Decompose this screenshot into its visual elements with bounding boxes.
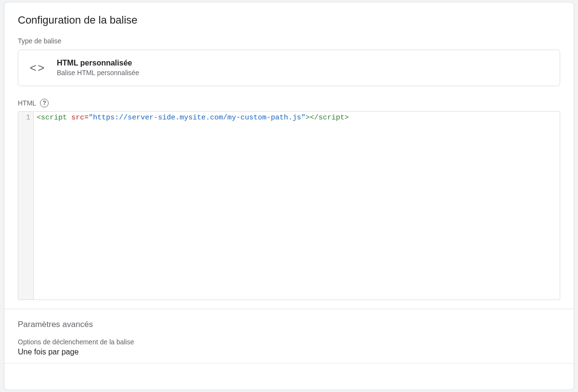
- tag-type-text: HTML personnalisée Balise HTML personnal…: [57, 58, 139, 78]
- token-attr-value: https://server-side.mysite.com/my-custom…: [93, 114, 301, 122]
- tag-type-selector[interactable]: < > HTML personnalisée Balise HTML perso…: [18, 50, 560, 86]
- help-icon[interactable]: ?: [40, 99, 49, 107]
- tag-config-card: Configuration de la balise Type de balis…: [4, 2, 574, 390]
- code-gutter: 1: [18, 112, 34, 300]
- token-attr-name: src: [71, 114, 84, 122]
- section-divider: [4, 309, 574, 309]
- token-close-tag-a: </scr: [310, 114, 331, 122]
- token-open-tag: <script: [37, 114, 67, 122]
- line-number: 1: [18, 114, 30, 122]
- card-title: Configuration de la balise: [18, 14, 560, 26]
- code-icon: < >: [28, 59, 45, 77]
- trigger-option-value[interactable]: Une fois par page: [18, 348, 560, 356]
- section-divider-2: [4, 363, 574, 364]
- advanced-settings-title[interactable]: Paramètres avancés: [18, 320, 560, 329]
- token-quote-close: ": [301, 114, 305, 122]
- code-area[interactable]: <script src="https://server-side.mysite.…: [34, 112, 560, 300]
- html-label-row: HTML ?: [18, 99, 560, 107]
- tag-type-name: HTML personnalisée: [57, 58, 139, 68]
- tag-type-desc: Balise HTML personnalisée: [57, 68, 139, 78]
- token-space: [67, 114, 71, 122]
- token-eq: =: [84, 114, 89, 122]
- trigger-option-label: Options de déclenchement de la balise: [18, 338, 560, 346]
- token-quote-open: ": [89, 114, 93, 122]
- token-open-tag-end: >: [305, 114, 310, 122]
- html-field-label: HTML: [18, 99, 36, 107]
- tag-type-label: Type de balise: [18, 37, 560, 45]
- html-code-editor[interactable]: 1 <script src="https://server-side.mysit…: [18, 111, 560, 300]
- token-close-tag-b: ipt>: [331, 114, 349, 122]
